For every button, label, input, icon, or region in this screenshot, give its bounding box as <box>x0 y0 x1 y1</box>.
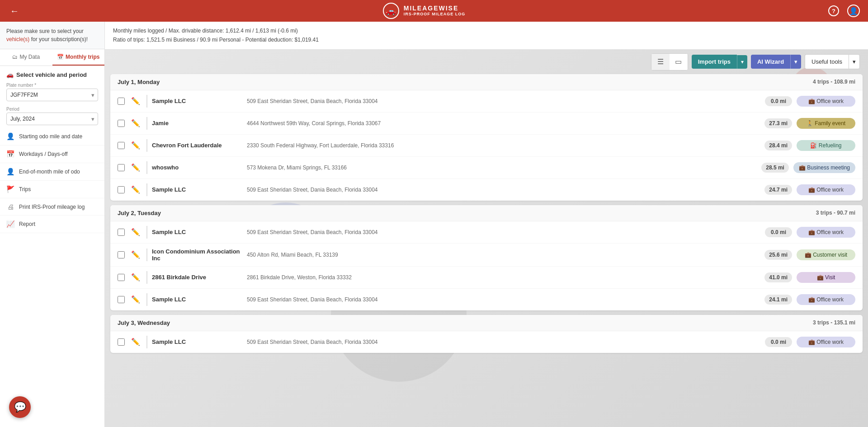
trip-category[interactable]: 💼 Office work <box>797 337 855 347</box>
trip-checkbox[interactable] <box>118 142 125 149</box>
sidebar-item-starting-odo[interactable]: 👤Starting odo mile and date <box>0 128 104 145</box>
trip-checkbox[interactable] <box>118 338 125 346</box>
trip-distance: 0.0 mi <box>765 337 792 347</box>
trip-edit-button[interactable]: ✏️ <box>129 336 142 348</box>
sidebar-item-workdays[interactable]: 📅Workdays / Days-off <box>0 145 104 163</box>
trip-edit-button[interactable]: ✏️ <box>129 271 142 284</box>
trip-divider <box>146 271 147 284</box>
trip-name: Jamie <box>152 120 242 127</box>
trip-edit-button[interactable]: ✏️ <box>129 293 142 306</box>
table-row: ✏️ whoswho 573 Mokena Dr, Miami Springs,… <box>110 157 863 179</box>
trip-category[interactable]: 💼 Business meeting <box>793 162 855 173</box>
trip-name: Sample LLC <box>152 98 242 104</box>
day-stats: 3 trips - 135.1 mi <box>813 319 855 326</box>
trip-address: 2330 South Federal Highway, Fort Lauderd… <box>247 142 760 149</box>
plate-select-wrap: JGF7FF2M <box>6 89 98 101</box>
trip-category[interactable]: 💼 Office work <box>797 184 855 195</box>
trip-edit-button[interactable]: ✏️ <box>129 161 142 174</box>
trip-category[interactable]: 💼 Office work <box>797 294 855 305</box>
trip-address: 450 Alton Rd, Miami Beach, FL 33139 <box>247 252 760 258</box>
trip-edit-button[interactable]: ✏️ <box>129 95 142 108</box>
import-trips-dropdown[interactable]: ▾ <box>737 55 747 69</box>
car-icon: 🚗 <box>6 71 14 78</box>
select-vehicle-label: 🚗 Select vehicle and period <box>0 66 104 80</box>
trip-distance: 27.3 mi <box>764 118 792 128</box>
day-date: July 2, Tuesday <box>118 210 161 216</box>
trip-address: 509 East Sheridan Street, Dania Beach, F… <box>247 229 760 235</box>
trip-name: Sample LLC <box>152 186 242 193</box>
trip-checkbox[interactable] <box>118 164 125 171</box>
sidebar-item-print[interactable]: 🖨Print IRS-Proof mileage log <box>0 198 104 216</box>
table-row: ✏️ Icon Condominium Association Inc 450 … <box>110 244 863 267</box>
sidebar: Please make sure to select your vehicle(… <box>0 22 105 427</box>
user-button[interactable]: 👤 <box>846 4 861 18</box>
trip-divider <box>146 336 147 348</box>
trip-category[interactable]: 💼 Office work <box>797 96 855 107</box>
help-button[interactable]: ? <box>826 4 841 18</box>
end-odo-icon: 👤 <box>6 168 14 176</box>
trip-divider <box>146 139 147 152</box>
day-section-july3: July 3, Wednesday3 trips - 135.1 mi ✏️ S… <box>110 315 863 353</box>
trip-distance: 24.7 mi <box>764 185 792 195</box>
trip-edit-button[interactable]: ✏️ <box>129 117 142 130</box>
ai-wizard-button[interactable]: AI Wizard <box>751 55 790 69</box>
stats-line2: Ratio of trips: 1,521.5 mi Business / 90… <box>113 35 860 44</box>
trip-divider <box>146 249 147 261</box>
trip-edit-button[interactable]: ✏️ <box>129 226 142 239</box>
trip-address: 509 East Sheridan Street, Dania Beach, F… <box>247 98 760 104</box>
useful-tools-dropdown[interactable]: ▾ <box>849 54 860 69</box>
trip-checkbox[interactable] <box>118 251 125 258</box>
trip-category[interactable]: ⛽ Refueling <box>797 140 855 151</box>
trip-name: Icon Condominium Association Inc <box>152 248 242 262</box>
sidebar-item-trips[interactable]: 🚩Trips <box>0 181 104 198</box>
trip-category[interactable]: 💼 Customer visit <box>797 249 855 260</box>
tab-monthly-trips[interactable]: 📅 Monthly trips <box>52 49 105 66</box>
main-layout: Please make sure to select your vehicle(… <box>0 22 868 427</box>
period-select[interactable]: July, 2024 <box>6 113 98 125</box>
trip-edit-button[interactable]: ✏️ <box>129 249 142 261</box>
table-row: ✏️ Sample LLC 509 East Sheridan Street, … <box>110 289 863 310</box>
trip-name: Chevron Fort Lauderdale <box>152 142 242 149</box>
trip-category[interactable]: 💼 Visit <box>797 272 855 283</box>
trip-checkbox[interactable] <box>118 274 125 281</box>
trip-distance: 28.5 mi <box>761 163 789 173</box>
my-data-icon: 🗂 <box>12 54 18 60</box>
trip-name: Sample LLC <box>152 296 242 303</box>
logo-title: MILEAGEWISE <box>404 5 466 12</box>
trip-distance: 28.4 mi <box>764 141 792 150</box>
trip-checkbox[interactable] <box>118 98 125 105</box>
sidebar-item-label: Report <box>19 221 35 227</box>
list-view-button[interactable]: ☰ <box>651 54 670 70</box>
trip-checkbox[interactable] <box>118 296 125 303</box>
trip-category[interactable]: 🚶 Family event <box>797 118 855 129</box>
trip-name: Sample LLC <box>152 229 242 235</box>
trip-edit-button[interactable]: ✏️ <box>129 139 142 152</box>
vehicles-link[interactable]: vehicle(s) <box>6 36 29 42</box>
trip-edit-button[interactable]: ✏️ <box>129 183 142 196</box>
trip-name: 2861 Birkdale Drive <box>152 274 242 281</box>
trip-category[interactable]: 💼 Office work <box>797 227 855 238</box>
trip-distance: 41.0 mi <box>764 272 792 282</box>
ai-wizard-dropdown[interactable]: ▾ <box>790 55 801 69</box>
logo: 🚗 MILEAGEWISE IRS-PROOF MILEAGE LOG <box>383 3 466 19</box>
nav-left: ← <box>7 4 22 18</box>
sidebar-item-report[interactable]: 📈Report <box>0 216 104 233</box>
useful-tools-button[interactable]: Useful tools <box>805 54 849 69</box>
trip-checkbox[interactable] <box>118 229 125 236</box>
trip-checkbox[interactable] <box>118 186 125 193</box>
trip-distance: 24.1 mi <box>764 295 792 305</box>
sidebar-alert: Please make sure to select your vehicle(… <box>0 22 104 49</box>
trip-address: 4644 Northwest 59th Way, Coral Springs, … <box>247 120 760 127</box>
day-stats: 4 trips - 108.9 mi <box>813 79 855 85</box>
sidebar-item-end-odo[interactable]: 👤End-of-month mile of odo <box>0 163 104 181</box>
calendar-view-button[interactable]: ▭ <box>670 54 688 70</box>
plate-select[interactable]: JGF7FF2M <box>6 89 98 101</box>
table-row: ✏️ Sample LLC 509 East Sheridan Street, … <box>110 221 863 244</box>
tab-my-data[interactable]: 🗂 My Data <box>0 49 52 66</box>
trip-distance: 0.0 mi <box>765 227 792 237</box>
import-trips-button[interactable]: Import trips <box>692 55 737 69</box>
trip-divider <box>146 117 147 130</box>
chat-button[interactable]: 💬 <box>9 396 31 418</box>
trip-checkbox[interactable] <box>118 120 125 127</box>
back-button[interactable]: ← <box>7 4 22 18</box>
